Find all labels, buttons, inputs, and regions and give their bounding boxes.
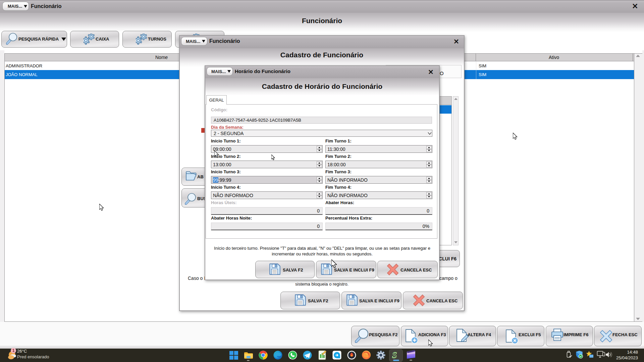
svg-text:S: S bbox=[392, 350, 397, 360]
